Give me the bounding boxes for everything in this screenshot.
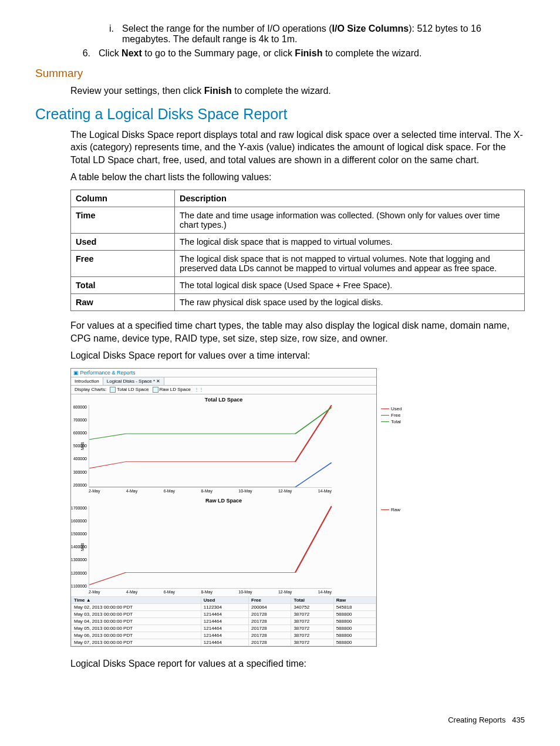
list-body: Select the range for the number of I/O o… <box>122 23 525 45</box>
checkbox-raw-ld[interactable]: Raw LD Space <box>153 387 191 393</box>
chart-plot <box>89 405 332 487</box>
table-cell: 1214464 <box>201 625 248 632</box>
table-cell: 387072 <box>291 632 333 639</box>
table-row: May 07, 2013 00:00:00 PDT121446420172838… <box>72 639 376 646</box>
series-used <box>89 405 332 468</box>
chart-plot <box>89 506 332 588</box>
table-cell: Free <box>71 250 175 276</box>
table-cell: 201728 <box>249 639 291 646</box>
table-row: TimeThe date and time usage information … <box>71 207 525 233</box>
legend-swatch <box>381 415 389 416</box>
table-cell: 588800 <box>333 632 376 639</box>
table-cell: The raw physical disk space used by the … <box>175 293 525 310</box>
text: to complete the wizard. <box>232 86 331 96</box>
tab-introduction[interactable]: Introduction <box>71 377 103 385</box>
text: Select the range for the number of I/O o… <box>122 23 332 33</box>
list-marker: 6. <box>70 48 99 59</box>
table-cell: 1214464 <box>201 632 248 639</box>
paragraph: A table below the chart lists the follow… <box>70 171 525 184</box>
paragraph: Logical Disks Space report for values at… <box>70 657 525 670</box>
table-cell: The total logical disk space (Used Space… <box>175 276 525 293</box>
text: Review your settings, then click <box>70 86 204 96</box>
close-icon[interactable]: ✕ <box>156 379 160 384</box>
paragraph: For values at a specified time chart typ… <box>70 319 525 345</box>
text: Click <box>99 48 122 58</box>
legend-swatch <box>381 509 389 510</box>
table-header: Description <box>175 190 525 207</box>
summary-heading: Summary <box>35 67 525 80</box>
table-cell: 545818 <box>333 603 376 610</box>
table-cell: May 04, 2013 00:00:00 PDT <box>72 617 201 625</box>
table-cell: May 03, 2013 00:00:00 PDT <box>72 610 201 617</box>
table-cell: 588800 <box>333 617 376 625</box>
report-screenshot: ▣ Performance & Reports Introduction Log… <box>70 368 377 647</box>
table-header[interactable]: Time ▲ <box>72 596 201 603</box>
table-cell: 387072 <box>291 625 333 632</box>
checkbox-icon <box>110 387 116 393</box>
checkbox-label: Raw LD Space <box>160 387 191 392</box>
window-title-text: Performance & Reports <box>80 370 136 376</box>
table-row: FreeThe logical disk space that is not m… <box>71 250 525 276</box>
settings-icon[interactable]: ⋮⋮ <box>194 387 204 392</box>
chart-title: Raw LD Space <box>71 495 376 504</box>
table-cell: 1214464 <box>201 639 248 646</box>
table-row: May 06, 2013 00:00:00 PDT121446420172838… <box>72 632 376 639</box>
table-header[interactable]: Raw <box>333 596 376 603</box>
description-table: Column Description TimeThe date and time… <box>70 190 525 311</box>
legend-label: Total <box>391 419 401 424</box>
page-number: 435 <box>512 715 525 724</box>
y-axis-label: MiB <box>80 442 85 450</box>
text: to complete the wizard. <box>322 48 421 58</box>
toolbar-label: Display Charts: <box>75 387 106 392</box>
table-cell: 200064 <box>249 603 291 610</box>
legend-label: Raw <box>391 507 400 512</box>
paragraph: The Logical Disks Space report displays … <box>70 129 525 167</box>
chart-legend: Raw <box>381 507 414 514</box>
table-cell: 387072 <box>291 610 333 617</box>
table-header[interactable]: Used <box>201 596 248 603</box>
checkbox-label: Total LD Space <box>117 387 149 392</box>
table-row: RawThe raw physical disk space used by t… <box>71 293 525 310</box>
legend-label: Used <box>391 406 402 411</box>
table-cell: May 06, 2013 00:00:00 PDT <box>72 632 201 639</box>
table-cell: May 05, 2013 00:00:00 PDT <box>72 625 201 632</box>
series-raw <box>89 506 332 585</box>
table-header[interactable]: Free <box>249 596 291 603</box>
raw-ld-chart: 1100000120000013000001400000150000016000… <box>71 506 376 594</box>
sub-step-i: i. Select the range for the number of I/… <box>94 23 525 45</box>
table-cell: The logical disk space that is mapped to… <box>175 233 525 250</box>
table-row: TotalThe total logical disk space (Used … <box>71 276 525 293</box>
checkbox-total-ld[interactable]: Total LD Space <box>110 387 149 393</box>
paragraph: Logical Disks Space report for values ov… <box>70 349 525 362</box>
list-marker: i. <box>94 23 122 45</box>
tab-logical-disks-space[interactable]: Logical Disks - Space * ✕ <box>103 377 165 385</box>
sort-icon: ▲ <box>86 598 91 603</box>
legend-swatch <box>381 409 389 409</box>
y-axis-label: MiB <box>80 543 85 551</box>
table-cell: The date and time usage information was … <box>175 207 525 233</box>
bold-term: Finish <box>204 86 232 96</box>
legend-swatch <box>381 421 389 422</box>
table-cell: 1214464 <box>201 617 248 625</box>
table-row: May 04, 2013 00:00:00 PDT121446420172838… <box>72 617 376 625</box>
chart-legend: Used Free Total <box>381 406 414 426</box>
table-cell: 1214464 <box>201 610 248 617</box>
table-cell: Total <box>71 276 175 293</box>
table-cell: 201728 <box>249 617 291 625</box>
summary-paragraph: Review your settings, then click Finish … <box>70 85 525 97</box>
table-cell: Raw <box>71 293 175 310</box>
page-footer: Creating Reports 435 <box>0 698 560 736</box>
series-total <box>89 407 332 440</box>
table-cell: 588800 <box>333 610 376 617</box>
table-cell: Time <box>71 207 175 233</box>
tab-bar: Introduction Logical Disks - Space * ✕ <box>71 377 376 386</box>
table-cell: 588800 <box>333 639 376 646</box>
header-label: Time <box>74 598 85 603</box>
legend-label: Free <box>391 413 400 418</box>
table-row: Column Description <box>71 190 525 207</box>
x-axis-ticks: 2-May4-May6-May8-May10-May12-May14-May <box>89 489 332 493</box>
table-header[interactable]: Total <box>291 596 333 603</box>
display-charts-toolbar: Display Charts: Total LD Space Raw LD Sp… <box>71 386 376 394</box>
table-cell: 201728 <box>249 632 291 639</box>
checkbox-icon <box>153 387 158 393</box>
